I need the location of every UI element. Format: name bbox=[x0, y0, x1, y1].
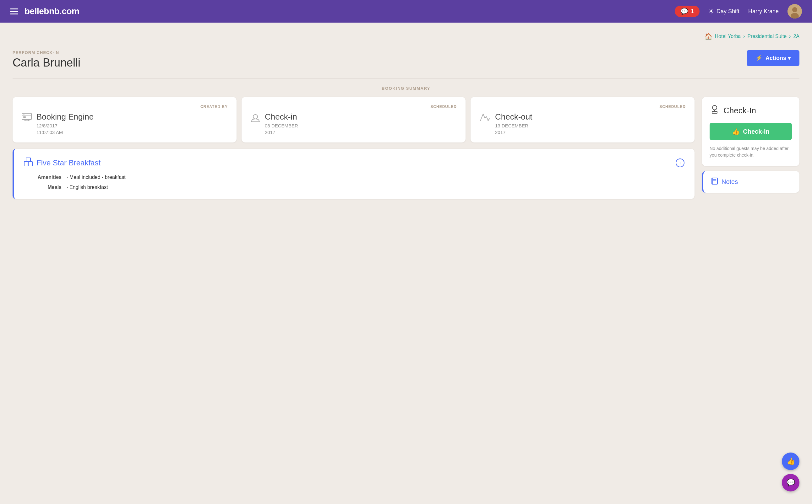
fab-thumbsup[interactable]: 👍 bbox=[782, 453, 799, 470]
day-shift-toggle[interactable]: ☀ Day Shift bbox=[708, 8, 739, 15]
card-created-by: CREATED BY bbox=[13, 97, 237, 142]
svg-point-12 bbox=[480, 120, 481, 121]
card-checkin-label: SCHEDULED bbox=[250, 105, 457, 109]
content-layout: CREATED BY bbox=[13, 97, 799, 199]
chat-icon: 💬 bbox=[680, 8, 688, 15]
checkin-stamp-icon bbox=[710, 105, 720, 116]
checkout-date1: 13 DECEMBER bbox=[495, 123, 532, 128]
checkin-card: Check-In 👍 Check-In No additional guests… bbox=[702, 97, 799, 166]
chat-count: 1 bbox=[691, 8, 694, 15]
svg-rect-3 bbox=[22, 113, 31, 120]
card-checkout: SCHEDULED Check-out 13 D bbox=[470, 97, 695, 142]
svg-rect-5 bbox=[23, 116, 26, 118]
created-by-date: 12/8/2017 bbox=[36, 123, 94, 128]
card-checkin: SCHEDULED Check-in 08 DECEMBER bbox=[242, 97, 465, 142]
svg-rect-6 bbox=[23, 115, 24, 115]
card-checkin-info: Check-in 08 DECEMBER 2017 bbox=[265, 112, 298, 135]
package-section: Five Star Breakfast i Amenities · Meal i… bbox=[13, 149, 695, 199]
user-name: Harry Krane bbox=[748, 8, 779, 15]
breadcrumb: 🏠 Hotel Yorba › Presidential Suite › 2A bbox=[13, 33, 799, 40]
page-header: PERFORM CHECK-IN Carla Brunelli ⚡ Action… bbox=[13, 50, 799, 69]
card-checkout-content: Check-out 13 DECEMBER 2017 bbox=[479, 112, 686, 135]
app-header: bellebnb.com 💬 1 ☀ Day Shift Harry Krane bbox=[0, 0, 812, 23]
guest-name: Carla Brunelli bbox=[13, 56, 80, 69]
booking-engine-icon bbox=[21, 113, 32, 124]
svg-point-19 bbox=[713, 105, 717, 110]
checkin-card-header: Check-In bbox=[710, 105, 792, 116]
checkin-btn-icon: 👍 bbox=[732, 128, 740, 135]
svg-point-10 bbox=[253, 115, 258, 119]
checkin-card-title: Check-In bbox=[723, 106, 756, 115]
notes-header: Notes bbox=[711, 177, 792, 186]
breadcrumb-hotel[interactable]: Hotel Yorba bbox=[715, 34, 741, 39]
checkin-title-card: Check-in bbox=[265, 112, 298, 122]
card-checkin-content: Check-in 08 DECEMBER 2017 bbox=[250, 112, 457, 135]
package-name: Five Star Breakfast bbox=[36, 158, 100, 167]
checkin-date1: 08 DECEMBER bbox=[265, 123, 298, 128]
notes-title: Notes bbox=[722, 178, 738, 185]
app-logo: bellebnb.com bbox=[24, 6, 79, 16]
booking-summary-label: BOOKING SUMMARY bbox=[13, 86, 799, 91]
created-by-title: Booking Engine bbox=[36, 112, 94, 122]
breadcrumb-room[interactable]: 2A bbox=[793, 34, 799, 39]
checkout-card-icon bbox=[479, 113, 491, 124]
avatar[interactable] bbox=[788, 4, 802, 19]
fab-chat[interactable]: 💬 bbox=[782, 474, 799, 491]
package-details: Amenities · Meal included - breakfast Me… bbox=[24, 174, 685, 190]
card-created-by-info: Booking Engine 12/8/2017 11:07:03 AM bbox=[36, 112, 94, 135]
bolt-icon: ⚡ bbox=[756, 55, 762, 62]
checkin-card-icon bbox=[250, 113, 261, 125]
svg-rect-20 bbox=[712, 111, 717, 113]
content-main: CREATED BY bbox=[13, 97, 695, 199]
main-content: 🏠 Hotel Yorba › Presidential Suite › 2A … bbox=[0, 23, 812, 209]
meals-label: Meals bbox=[24, 185, 62, 190]
chat-badge[interactable]: 💬 1 bbox=[675, 6, 700, 17]
checkin-btn-label: Check-In bbox=[743, 128, 769, 135]
amenities-row: Amenities · Meal included - breakfast bbox=[24, 174, 685, 180]
checkin-button[interactable]: 👍 Check-In bbox=[710, 123, 792, 140]
card-checkout-info: Check-out 13 DECEMBER 2017 bbox=[495, 112, 532, 135]
notes-icon bbox=[711, 177, 718, 186]
package-title-row: Five Star Breakfast bbox=[24, 158, 100, 168]
svg-line-14 bbox=[488, 118, 490, 120]
card-created-by-label: CREATED BY bbox=[21, 105, 228, 109]
checkin-date2: 2017 bbox=[265, 130, 298, 135]
amenities-label: Amenities bbox=[24, 174, 62, 180]
package-header: Five Star Breakfast i bbox=[24, 158, 685, 168]
card-checkout-label: SCHEDULED bbox=[479, 105, 686, 109]
breadcrumb-suite[interactable]: Presidential Suite bbox=[748, 34, 787, 39]
breadcrumb-sep-2: › bbox=[789, 34, 791, 39]
home-icon: 🏠 bbox=[705, 33, 713, 40]
notes-card: Notes bbox=[702, 171, 799, 193]
content-sidebar: Check-In 👍 Check-In No additional guests… bbox=[702, 97, 799, 199]
package-icon bbox=[24, 158, 33, 168]
info-icon[interactable]: i bbox=[676, 158, 685, 167]
meals-value: · English breakfast bbox=[67, 185, 108, 190]
shift-icon: ☀ bbox=[708, 8, 714, 15]
section-divider bbox=[13, 78, 799, 78]
checkin-note: No additional guests may be added after … bbox=[710, 145, 792, 158]
amenities-value: · Meal included - breakfast bbox=[67, 174, 126, 180]
shift-label: Day Shift bbox=[717, 8, 739, 15]
svg-rect-17 bbox=[26, 158, 30, 161]
hamburger-menu[interactable] bbox=[10, 8, 18, 14]
card-created-by-content: Booking Engine 12/8/2017 11:07:03 AM bbox=[21, 112, 228, 135]
perform-label: PERFORM CHECK-IN bbox=[13, 50, 80, 55]
meals-row: Meals · English breakfast bbox=[24, 185, 685, 190]
created-by-time: 11:07:03 AM bbox=[36, 130, 94, 135]
summary-cards: CREATED BY bbox=[13, 97, 695, 142]
checkout-date2: 2017 bbox=[495, 130, 532, 135]
actions-label: Actions ▾ bbox=[766, 55, 791, 62]
breadcrumb-sep-1: › bbox=[743, 34, 745, 39]
header-left: bellebnb.com bbox=[10, 6, 79, 16]
svg-point-1 bbox=[792, 7, 797, 12]
page-title-area: PERFORM CHECK-IN Carla Brunelli bbox=[13, 50, 80, 69]
actions-button[interactable]: ⚡ Actions ▾ bbox=[747, 50, 799, 66]
header-right: 💬 1 ☀ Day Shift Harry Krane bbox=[675, 4, 802, 19]
svg-rect-15 bbox=[24, 162, 28, 166]
svg-rect-16 bbox=[28, 162, 32, 166]
fab-container: 👍 💬 bbox=[782, 453, 799, 491]
checkout-title: Check-out bbox=[495, 112, 532, 122]
